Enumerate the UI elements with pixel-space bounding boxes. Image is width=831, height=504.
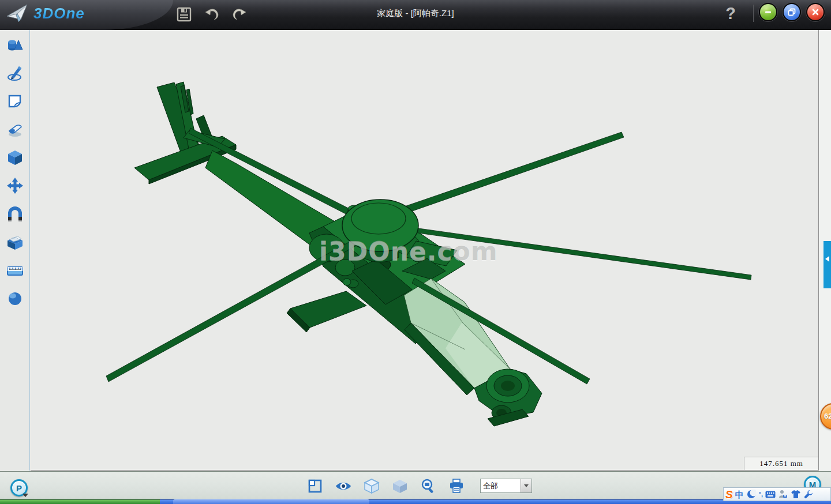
sketch-draw-icon[interactable]	[4, 62, 26, 84]
measurement-readout: 147.651 mm	[744, 457, 818, 470]
measure-ruler-icon[interactable]	[4, 259, 26, 281]
chevron-down-icon[interactable]	[521, 479, 531, 492]
bottom-toolbar: P	[0, 471, 831, 499]
app-logo: 3DOne	[6, 3, 85, 23]
titlebar-tools	[174, 2, 249, 27]
display-filter-dropdown[interactable]: 全部	[480, 479, 532, 493]
profile-caret-icon[interactable]	[23, 494, 28, 497]
application-window: 3DOne	[0, 0, 831, 504]
left-toolbar	[0, 30, 30, 471]
wireframe-cube-icon[interactable]	[361, 476, 381, 495]
undo-icon[interactable]	[202, 5, 222, 24]
view-tools: 全部	[305, 476, 532, 495]
save-icon[interactable]	[174, 5, 194, 24]
viewport-canvas[interactable]: i3DOne.com 147.651 mm	[31, 30, 819, 471]
sketch-edit-icon[interactable]	[4, 90, 26, 112]
sogou-logo-icon[interactable]: S	[725, 489, 733, 500]
redo-icon[interactable]	[230, 5, 249, 24]
chevron-left-icon	[825, 256, 829, 262]
primitive-solids-icon[interactable]	[4, 34, 26, 56]
ime-language-mode[interactable]: 中	[735, 490, 744, 499]
moon-icon[interactable]	[746, 489, 757, 499]
ime-punctuation-mode[interactable]: °,	[759, 491, 763, 498]
eraser-icon[interactable]	[4, 119, 26, 141]
close-button[interactable]	[806, 3, 825, 21]
collapse-panel-tab[interactable]	[823, 241, 831, 288]
titlebar-separator	[753, 5, 754, 22]
os-taskbar-strip	[0, 499, 831, 504]
material-sphere-icon[interactable]	[4, 288, 26, 310]
combine-icon[interactable]	[4, 232, 26, 254]
brand-name: 3DOne	[33, 5, 85, 22]
profile-badge-letter: P	[16, 483, 22, 493]
close-icon	[811, 7, 820, 17]
minimize-button[interactable]	[759, 3, 777, 21]
print-icon[interactable]	[446, 476, 466, 495]
keyboard-icon[interactable]	[765, 489, 776, 499]
notification-count: 62	[824, 412, 831, 420]
skin-tshirt-icon[interactable]	[791, 489, 801, 499]
helicopter-model[interactable]	[31, 30, 819, 471]
restore-button[interactable]	[783, 3, 801, 21]
move-transform-icon[interactable]	[4, 175, 26, 197]
ime-toolbar: S 中 °,	[723, 487, 831, 501]
window-title: 家庭版 - [阿帕奇.Z1]	[0, 0, 831, 27]
zoom-view-icon[interactable]	[418, 476, 438, 495]
visibility-eye-icon[interactable]	[333, 476, 353, 495]
taskbar-active-window-segment[interactable]	[173, 499, 369, 504]
paper-plane-logo-icon	[6, 3, 29, 23]
settings-wrench-icon[interactable]	[803, 489, 814, 499]
filter-selected-value: 全部	[481, 481, 521, 491]
magnet-assembly-icon[interactable]	[4, 204, 26, 225]
taskbar-start-segment[interactable]	[0, 499, 160, 504]
titlebar: 3DOne	[0, 0, 831, 30]
shaded-cube-icon[interactable]	[390, 476, 410, 495]
view-plane-icon[interactable]	[305, 476, 325, 495]
feature-cube-icon[interactable]	[4, 146, 26, 168]
dictionary-icon[interactable]	[778, 489, 788, 499]
restore-icon	[787, 7, 796, 17]
help-button[interactable]: ?	[720, 1, 741, 25]
minimize-icon	[763, 7, 773, 17]
